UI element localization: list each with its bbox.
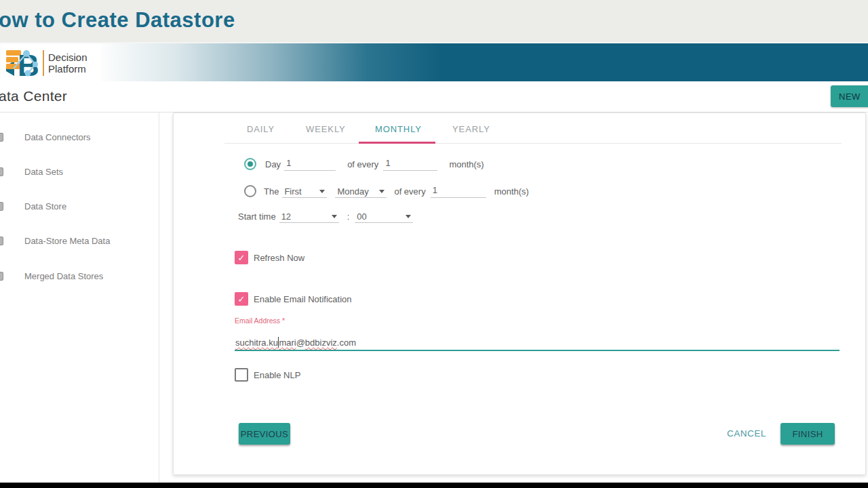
refresh-now-checkbox[interactable] — [235, 251, 248, 264]
option-day-radio[interactable] — [244, 158, 256, 170]
brand-line1: Decision — [48, 52, 87, 63]
page-title: ata Center — [0, 88, 67, 104]
minute-select[interactable]: 00 — [355, 209, 413, 223]
bdb-logo[interactable]: B Decision Platform — [1, 45, 102, 81]
email-input[interactable]: suchitra.kumari@bdbizviz.com — [235, 337, 356, 348]
email-text: bdbizviz — [305, 338, 337, 348]
weekday-select[interactable]: Monday — [335, 184, 387, 198]
previous-button[interactable]: PREVIOUS — [239, 423, 290, 445]
day-label: Day — [265, 159, 281, 169]
email-notification-checkbox[interactable] — [235, 292, 248, 306]
chevron-down-icon — [379, 190, 384, 193]
tab-yearly[interactable]: YEARLY — [452, 124, 490, 134]
email-text: @ — [296, 338, 305, 348]
logo-divider — [43, 50, 44, 76]
email-label-text: Email Address — [235, 317, 280, 325]
toolbar: ata Center NEW — [0, 81, 868, 113]
brand-line2: Platform — [48, 63, 87, 75]
sidebar-item-label: Merged Data Stores — [24, 271, 103, 281]
finish-button[interactable]: FINISH — [781, 423, 835, 445]
hour-value: 12 — [281, 211, 291, 222]
months-interval-input[interactable]: 1 — [383, 157, 437, 171]
months-interval-input-2[interactable]: 1 — [431, 184, 486, 198]
ordinal-select[interactable]: First — [282, 184, 327, 198]
option-weekday-radio[interactable] — [244, 185, 256, 197]
email-input-underline — [235, 350, 840, 351]
ordinal-value: First — [284, 186, 301, 197]
tab-daily[interactable]: DAILY — [247, 124, 275, 134]
required-asterisk: * — [282, 317, 285, 325]
tab-weekly[interactable]: WEEKLY — [306, 124, 346, 134]
nlp-row: Enable NLP — [235, 368, 300, 382]
nlp-checkbox[interactable] — [235, 368, 248, 382]
email-text: suchitra.ku — [235, 338, 278, 348]
bdb-logo-icon: B — [4, 47, 39, 79]
email-text: mari — [279, 338, 296, 348]
email-notification-row: Enable Email Notification — [235, 292, 352, 306]
screen: ow to Create Datastore B Decision Platfo… — [0, 0, 868, 488]
data-store-meta-data-icon — [0, 237, 3, 245]
data-sets-icon — [0, 167, 3, 176]
tabs-divider — [224, 143, 842, 144]
monthly-option-day-row: Day 1 of every 1 month(s) — [244, 157, 484, 171]
video-title: ow to Create Datastore — [0, 8, 235, 33]
chevron-down-icon — [319, 190, 325, 193]
hour-select[interactable]: 12 — [279, 209, 339, 223]
cancel-button[interactable]: CANCEL — [726, 423, 767, 445]
email-notification-label: Enable Email Notification — [254, 294, 352, 304]
new-button[interactable]: NEW — [831, 85, 868, 107]
weekday-value: Monday — [337, 186, 368, 197]
scheduler-card: DAILY WEEKLY MONTHLY YEARLY Day 1 of eve… — [173, 113, 866, 475]
data-store-icon — [0, 202, 3, 211]
day-of-month-input[interactable]: 1 — [284, 157, 336, 171]
email-text: .com — [337, 338, 356, 348]
months-label: month(s) — [494, 186, 529, 197]
sidebar-item-label: Data Sets — [24, 167, 63, 177]
brand-text: Decision Platform — [48, 52, 87, 75]
app-header: B Decision Platform 43 ? — [0, 42, 868, 81]
refresh-now-row: Refresh Now — [235, 251, 304, 264]
months-label: month(s) — [449, 159, 484, 169]
data-connectors-icon — [0, 133, 3, 142]
sidebar: Data Connectors Data Sets Data Store Dat… — [0, 113, 159, 483]
minute-value: 00 — [357, 211, 366, 222]
sidebar-divider — [159, 113, 159, 483]
sidebar-item-label: Data Connectors — [24, 132, 91, 142]
start-time-row: Start time 12 : 00 — [238, 209, 413, 224]
chevron-down-icon — [406, 215, 411, 218]
start-time-label: Start time — [238, 211, 276, 222]
of-every-label: of every — [347, 159, 378, 169]
of-every-label: of every — [394, 186, 425, 197]
active-tab-underline — [359, 142, 435, 144]
bottom-letterbox-bar — [0, 483, 868, 488]
sidebar-item-label: Data Store — [24, 201, 66, 211]
merged-data-stores-icon — [0, 272, 3, 281]
refresh-now-label: Refresh Now — [254, 253, 304, 263]
monthly-option-weekday-row: The First Monday of every 1 month(s) — [244, 184, 529, 199]
the-label: The — [264, 186, 279, 197]
video-banner: ow to Create Datastore — [0, 0, 868, 42]
email-address-label: Email Address * — [235, 317, 285, 325]
time-colon: : — [347, 211, 350, 222]
chevron-down-icon — [332, 215, 337, 218]
nlp-label: Enable NLP — [254, 370, 300, 380]
tab-monthly[interactable]: MONTHLY — [375, 124, 422, 134]
sidebar-item-label: Data-Store Meta Data — [24, 236, 110, 246]
